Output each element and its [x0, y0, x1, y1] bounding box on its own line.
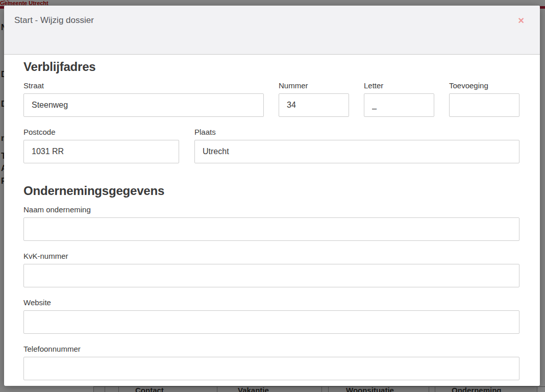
toevoeging-field-group: Toevoeging — [449, 81, 519, 117]
dialog-header: Start - Wijzig dossier ✕ — [4, 6, 540, 55]
plaats-input[interactable] — [194, 140, 519, 163]
dialog-body: Verblijfadres Straat Nummer Letter Toevo… — [4, 55, 540, 380]
nummer-label: Nummer — [279, 81, 349, 90]
straat-field-group: Straat — [23, 81, 264, 117]
letter-input[interactable] — [364, 93, 434, 117]
nummer-field-group: Nummer — [279, 81, 349, 117]
kvk-nummer-input[interactable] — [23, 264, 519, 287]
toevoeging-input[interactable] — [449, 93, 519, 117]
telefoonnummer-label: Telefoonnummer — [23, 345, 519, 353]
close-icon: ✕ — [518, 16, 525, 25]
address-row-1: Straat Nummer Letter Toevoeging — [23, 81, 519, 117]
plaats-field-group: Plaats — [194, 128, 519, 163]
postcode-field-group: Postcode — [23, 128, 179, 163]
telefoonnummer-input[interactable] — [23, 357, 519, 380]
postcode-input[interactable] — [23, 140, 179, 163]
letter-label: Letter — [364, 81, 434, 90]
website-input[interactable] — [23, 310, 519, 334]
section-heading-verblijfadres: Verblijfadres — [23, 60, 519, 74]
close-button[interactable]: ✕ — [518, 17, 525, 25]
section-heading-ondernemingsgegevens: Ondernemingsgegevens — [23, 184, 519, 198]
website-field-group: Website — [23, 298, 519, 334]
plaats-label: Plaats — [194, 128, 519, 136]
telefoonnummer-field-group: Telefoonnummer — [23, 345, 519, 380]
straat-label: Straat — [23, 81, 264, 90]
address-row-2: Postcode Plaats — [23, 128, 519, 163]
screen: ∿∿ Gemeente Utrecht N D D m T A F Contac… — [0, 0, 545, 392]
kvk-nummer-label: KvK-nummer — [23, 252, 519, 260]
nummer-input[interactable] — [279, 93, 349, 117]
naam-onderneming-field-group: Naam onderneming — [23, 205, 519, 241]
dialog-title: Start - Wijzig dossier — [14, 15, 94, 25]
naam-onderneming-input[interactable] — [23, 217, 519, 241]
wijzig-dossier-dialog: Start - Wijzig dossier ✕ Verblijfadres S… — [4, 6, 540, 386]
kvk-nummer-field-group: KvK-nummer — [23, 252, 519, 287]
postcode-label: Postcode — [23, 128, 179, 136]
toevoeging-label: Toevoeging — [449, 81, 519, 90]
letter-field-group: Letter — [364, 81, 434, 117]
naam-onderneming-label: Naam onderneming — [23, 205, 519, 214]
website-label: Website — [23, 298, 519, 307]
straat-input[interactable] — [23, 93, 264, 117]
